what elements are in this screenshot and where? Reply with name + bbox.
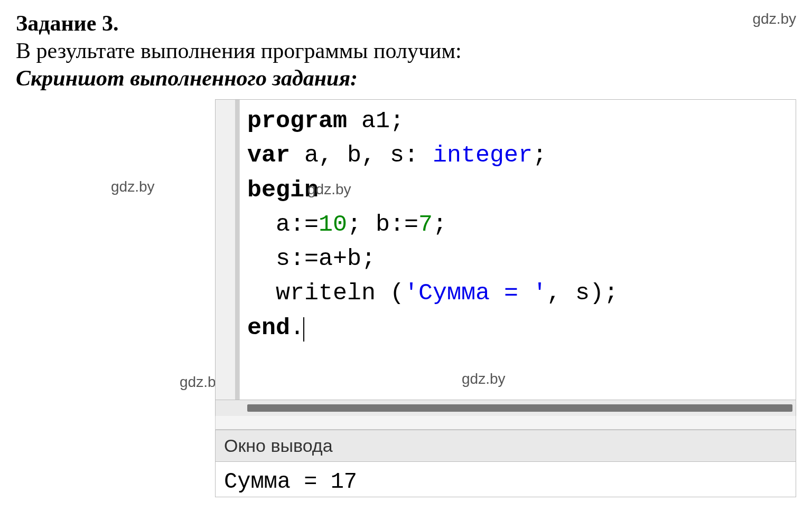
keyword-var: var bbox=[247, 142, 290, 169]
watermark-left-1: gdz.by bbox=[111, 178, 155, 195]
code-editor[interactable]: program a1; var a, b, s: integer; beging… bbox=[215, 99, 796, 400]
code-text: a:= bbox=[247, 211, 319, 238]
output-panel-title: Окно вывода bbox=[215, 430, 796, 462]
code-text: . bbox=[290, 315, 304, 342]
ide-window: program a1; var a, b, s: integer; beging… bbox=[215, 99, 796, 497]
code-text: ; bbox=[533, 142, 547, 169]
type-integer: integer bbox=[433, 142, 533, 169]
editor-gutter bbox=[216, 100, 240, 400]
watermark-code-1: gdz.by bbox=[307, 179, 351, 201]
code-text: s:=a+b; bbox=[247, 245, 376, 272]
code-text: ; b:= bbox=[347, 211, 418, 238]
horizontal-scrollbar[interactable] bbox=[215, 400, 796, 416]
output-panel-body: Сумма = 17 bbox=[215, 462, 796, 497]
code-text: a, b, s: bbox=[290, 142, 433, 169]
keyword-end: end bbox=[247, 315, 290, 342]
scrollbar-thumb[interactable] bbox=[247, 404, 792, 412]
code-text: a1; bbox=[347, 108, 404, 135]
keyword-program: program bbox=[247, 108, 347, 135]
watermark-top: gdz.by bbox=[753, 11, 797, 27]
panel-divider bbox=[215, 416, 796, 430]
code-text: ; bbox=[433, 211, 447, 238]
number-literal: 7 bbox=[418, 211, 433, 238]
code-area[interactable]: program a1; var a, b, s: integer; beging… bbox=[240, 100, 796, 400]
intro-text: В результате выполнения программы получи… bbox=[16, 38, 796, 63]
task-title: Задание 3. bbox=[16, 11, 118, 36]
string-literal: 'Сумма = ' bbox=[404, 280, 547, 307]
text-cursor bbox=[303, 317, 304, 342]
number-literal: 10 bbox=[319, 211, 347, 238]
code-text: writeln ( bbox=[247, 280, 404, 307]
screenshot-label: Скриншот выполненного задания: bbox=[16, 65, 796, 91]
watermark-code-2: gdz.by bbox=[462, 368, 506, 390]
output-line: Сумма = 17 bbox=[224, 469, 357, 495]
code-text: , s); bbox=[547, 280, 618, 307]
